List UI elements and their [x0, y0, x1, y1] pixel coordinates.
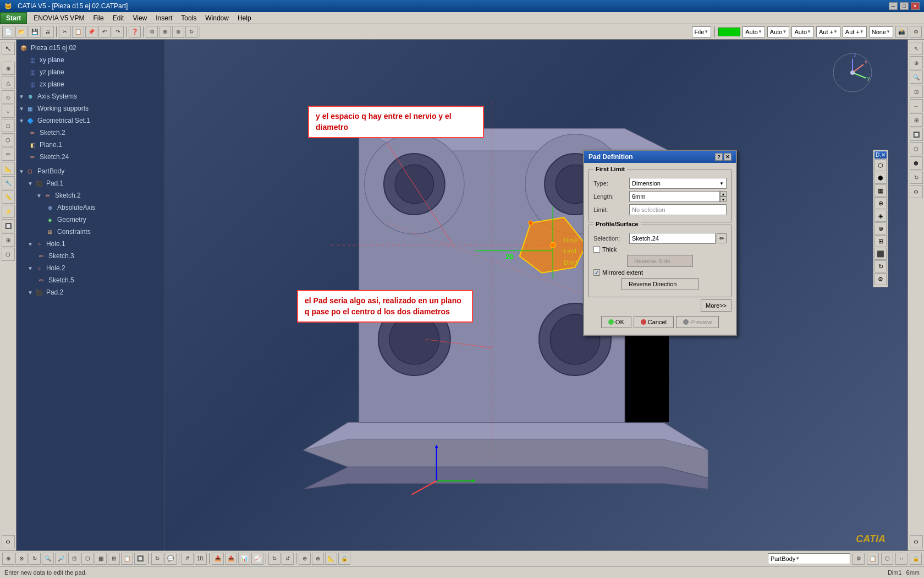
tool5[interactable]: □	[2, 119, 15, 132]
menu-tools[interactable]: Tools	[177, 12, 201, 24]
tree-plane1[interactable]: ◧ Plane.1	[19, 139, 162, 151]
thick-checkbox[interactable]	[593, 246, 600, 253]
menu-edit[interactable]: Edit	[108, 12, 129, 24]
auto-dropdown1[interactable]: Auto▼	[743, 26, 765, 37]
minimize-button[interactable]: ─	[889, 2, 898, 10]
bt-btn8[interactable]: ▦	[95, 553, 107, 565]
bt-end5[interactable]: 🔒	[910, 553, 922, 565]
menu-window[interactable]: Window	[201, 12, 233, 24]
d-btn-3[interactable]: ▦	[875, 184, 887, 197]
more-button[interactable]: More>>	[701, 299, 732, 312]
menu-view[interactable]: View	[128, 12, 151, 24]
rt-btn8[interactable]: ⬡	[910, 142, 923, 155]
d-btn-6[interactable]: ⊗	[875, 222, 887, 235]
rt-btn3[interactable]: 🔍	[910, 70, 923, 84]
bt-end2[interactable]: 📋	[867, 553, 879, 565]
menu-enovia[interactable]: ENOVIA V5 VPM	[29, 12, 89, 24]
mirrored-checkbox[interactable]: ✓	[593, 269, 600, 276]
bt-btn4[interactable]: 🔍	[42, 553, 54, 565]
tree-root[interactable]: 📦 Pieza d15 ej 02	[19, 42, 162, 54]
tree-zx-plane[interactable]: ◫ zx plane	[19, 78, 162, 90]
tb-btn1[interactable]: ⚙	[146, 26, 158, 38]
bt-end1[interactable]: ⚙	[853, 553, 865, 565]
tool9[interactable]: 🔧	[2, 176, 15, 189]
tree-hole1[interactable]: ▼ ○ Hole.1	[19, 238, 162, 250]
d-btn-9[interactable]: ↻	[875, 260, 887, 272]
open-btn[interactable]: 📂	[15, 26, 28, 38]
tree-constraints[interactable]: ⊞ Constraints	[19, 226, 162, 238]
tool7[interactable]: ✏	[2, 148, 15, 161]
tool11[interactable]: ⚡	[2, 205, 15, 218]
rt-btn6[interactable]: ⊞	[910, 113, 923, 127]
menu-insert[interactable]: Insert	[151, 12, 177, 24]
maximize-button[interactable]: □	[900, 2, 909, 10]
d-btn-5[interactable]: ◈	[875, 210, 887, 222]
bt-snap2[interactable]: ⊗	[312, 553, 324, 565]
tool1[interactable]: ⊕	[2, 62, 15, 75]
paste-btn[interactable]: 📌	[85, 26, 97, 38]
rt-settings[interactable]: ⚙	[910, 535, 923, 548]
partbody-dropdown[interactable]: PartBody ▼	[768, 553, 850, 564]
bt-btn5[interactable]: 🔎	[55, 553, 67, 565]
rt-btn10[interactable]: ↻	[910, 171, 923, 184]
bt-btn10[interactable]: 📋	[121, 553, 133, 565]
d-btn-10[interactable]: ⚙	[875, 273, 887, 285]
tree-sketch24[interactable]: ✏ Sketch.24	[19, 151, 162, 163]
tree-absolute-axis[interactable]: ⊕ AbsoluteAxis	[19, 201, 162, 214]
tree-sketch2-geo[interactable]: ✏ Sketch.2	[19, 127, 162, 139]
menu-help[interactable]: Help	[233, 12, 256, 24]
bt-btn14[interactable]: #	[182, 553, 194, 565]
tree-geometry[interactable]: ◈ Geometry	[19, 214, 162, 226]
rt-btn9[interactable]: ⬢	[910, 156, 923, 170]
rt-btn11[interactable]: ⚙	[910, 185, 923, 198]
tree-axis-systems[interactable]: ▼ ⊕ Axis Systems	[19, 90, 162, 102]
tool2[interactable]: △	[2, 76, 15, 89]
new-btn[interactable]: 📄	[2, 26, 14, 38]
tool6[interactable]: ⬡	[2, 133, 15, 146]
dialog-close-btn[interactable]: ✕	[724, 153, 732, 161]
length-input[interactable]: 6mm	[629, 191, 720, 202]
tool3[interactable]: ◇	[2, 90, 15, 103]
auto-dropdown2[interactable]: Auto▼	[767, 26, 790, 37]
tree-working-supports[interactable]: ▼ ▦ Working supports	[19, 102, 162, 114]
tree-partbody[interactable]: ▼ ⬡ PartBody	[19, 165, 162, 177]
tool10[interactable]: 📏	[2, 190, 15, 204]
auto-dropdown3[interactable]: Auto▼	[791, 26, 814, 37]
print-btn[interactable]: 🖨	[42, 26, 54, 38]
rt-btn4[interactable]: ⊡	[910, 85, 923, 98]
cancel-button[interactable]: Cancel	[634, 316, 674, 328]
settings-left[interactable]: ⚙	[2, 535, 15, 548]
rt-btn5[interactable]: ↔	[910, 99, 923, 112]
undo-btn[interactable]: ↶	[98, 26, 111, 38]
bt-btn21[interactable]: ↺	[282, 553, 294, 565]
bt-btn20[interactable]: ↻	[268, 553, 280, 565]
limit-input[interactable]: No selection	[629, 204, 727, 215]
bt-btn16[interactable]: 📥	[212, 553, 224, 565]
bt-btn17[interactable]: 📤	[225, 553, 237, 565]
bt-btn15[interactable]: 10.	[195, 553, 207, 565]
d-btn-4[interactable]: ⊕	[875, 197, 887, 209]
bt-btn11[interactable]: 🔲	[134, 553, 146, 565]
help-icon[interactable]: ❓	[129, 26, 141, 38]
cut-btn[interactable]: ✂	[59, 26, 71, 38]
tree-yz-plane[interactable]: ◫ yz plane	[19, 66, 162, 78]
d-btn-2[interactable]: ⬢	[875, 172, 887, 184]
d-btn-1[interactable]: ⬡	[875, 159, 887, 171]
auto-dropdown5[interactable]: Aut +▼	[843, 26, 867, 37]
bt-btn2[interactable]: ⊗	[15, 553, 28, 565]
tool14[interactable]: ⬡	[2, 248, 15, 261]
tree-pad2[interactable]: ▼ ⬛ Pad.2	[19, 286, 162, 298]
tb-btn2[interactable]: ⊕	[159, 26, 171, 38]
tree-xy-plane[interactable]: ◫ xy plane	[19, 54, 162, 66]
rt-btn2[interactable]: ⊕	[910, 56, 923, 69]
bt-end4[interactable]: ↔	[895, 553, 908, 565]
tree-sketch2-pad[interactable]: ▼ ✏ Sketch.2	[19, 189, 162, 201]
viewport[interactable]: 20 Dim2 Lim1 Dim1 y el espacio q hay ent…	[165, 40, 908, 550]
redo-btn[interactable]: ↷	[112, 26, 124, 38]
menu-file[interactable]: File	[89, 12, 108, 24]
tree-pad1[interactable]: ▼ ⬛ Pad.1	[19, 177, 162, 189]
preview-button[interactable]: Preview	[676, 316, 719, 328]
reverse-side-btn[interactable]: Reverse Side	[627, 255, 693, 267]
d-btn-7[interactable]: ⊞	[875, 235, 887, 247]
screenshot-btn[interactable]: 📸	[895, 26, 908, 38]
